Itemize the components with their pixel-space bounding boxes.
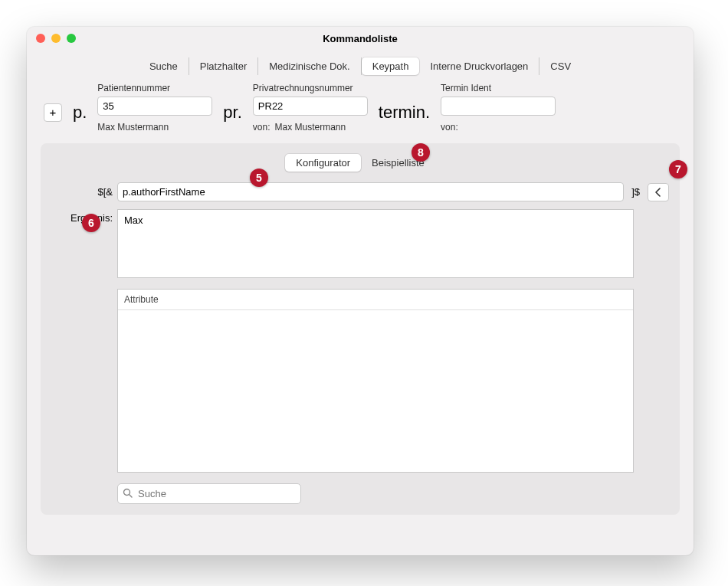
keypath-back-button[interactable] — [648, 183, 669, 201]
main-tabs: Suche Platzhalter Medizinische Dok. Keyp… — [27, 57, 694, 75]
termin-below: von: — [441, 122, 556, 133]
keypath-input[interactable] — [117, 182, 624, 201]
search-wrap — [117, 483, 301, 504]
callout-5: 5 — [250, 169, 268, 187]
termin-label: Termin Ident — [441, 83, 556, 93]
result-box: Max — [117, 209, 634, 278]
window: Kommandoliste Suche Platzhalter Medizini… — [27, 27, 694, 555]
tab-suche[interactable]: Suche — [139, 57, 189, 75]
tab-csv[interactable]: CSV — [539, 57, 582, 75]
pr-number-input[interactable] — [253, 97, 368, 116]
content-area: Konfigurator Beispielliste $[& ]$ Ergebn… — [41, 143, 680, 515]
subtab-konfigurator[interactable]: Konfigurator — [285, 154, 361, 172]
tab-keypath[interactable]: Keypath — [362, 57, 420, 75]
keypath-row: $[& ]$ — [51, 182, 669, 201]
pr-label: Privatrechnungsnummer — [253, 83, 368, 93]
pr-col: Privatrechnungsnummer von: Max Musterman… — [253, 83, 368, 133]
pr-prefix: pr. — [218, 103, 246, 123]
pr-below-label: von: — [253, 122, 271, 133]
titlebar: Kommandoliste — [27, 27, 694, 50]
patient-label: Patientennummer — [97, 83, 212, 93]
pr-below: von: Max Mustermann — [253, 122, 368, 133]
termin-ident-input[interactable] — [441, 97, 556, 116]
tab-platzhalter[interactable]: Platzhalter — [189, 57, 258, 75]
tab-medizinische-dok[interactable]: Medizinische Dok. — [258, 57, 362, 75]
callout-8: 8 — [412, 143, 430, 162]
termin-col: Termin Ident von: — [441, 83, 556, 133]
add-button[interactable]: + — [44, 103, 62, 122]
form-row: + p. Patientennummer Max Mustermann pr. … — [27, 75, 694, 133]
termin-prefix: termin. — [374, 103, 435, 123]
result-row: Ergebnis: Max — [51, 209, 669, 278]
callout-7: 7 — [669, 160, 687, 178]
keypath-prefix-label: $[& — [51, 186, 113, 198]
patient-prefix: p. — [68, 103, 91, 123]
attribute-search-input[interactable] — [117, 483, 301, 504]
patient-name: Max Mustermann — [97, 122, 212, 133]
keypath-suffix-label: ]$ — [628, 186, 643, 198]
tab-interne-druckvorlagen[interactable]: Interne Druckvorlagen — [419, 57, 539, 75]
patient-col: Patientennummer Max Mustermann — [97, 83, 212, 133]
callout-6: 6 — [82, 214, 100, 232]
attribute-panel: Attribute — [117, 289, 634, 473]
patient-number-input[interactable] — [97, 97, 212, 116]
sub-tabs: Konfigurator Beispielliste — [51, 154, 669, 172]
pr-below-value: Max Mustermann — [275, 122, 346, 133]
chevron-left-icon — [654, 188, 662, 197]
termin-below-label: von: — [441, 122, 458, 133]
window-title: Kommandoliste — [27, 33, 694, 44]
attribute-header: Attribute — [118, 290, 633, 310]
